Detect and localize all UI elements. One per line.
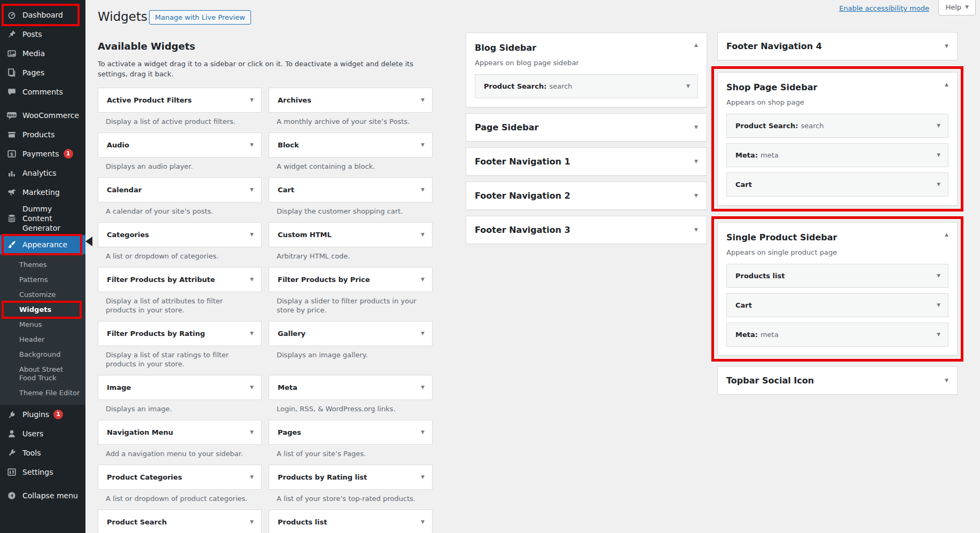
chevron-down-icon[interactable]: ▼	[250, 331, 254, 336]
submenu-item-background[interactable]: Background	[0, 347, 85, 362]
chevron-down-icon[interactable]: ▼	[250, 143, 254, 147]
chevron-down-icon[interactable]: ▼	[421, 98, 425, 103]
chevron-down-icon[interactable]: ▼	[937, 303, 940, 308]
available-widget-navigation-menu[interactable]: Navigation Menu▼	[98, 420, 262, 445]
chevron-down-icon[interactable]: ▼	[421, 232, 425, 237]
blog-sidebar-header[interactable]: Blog Sidebar ▲	[466, 33, 707, 53]
sidebar-item-dashboard[interactable]: Dashboard	[0, 5, 85, 25]
available-widget-active-product-filters[interactable]: Active Product Filters▼	[98, 88, 262, 113]
chevron-down-icon[interactable]: ▼	[250, 232, 254, 237]
chevron-down-icon[interactable]: ▼	[686, 84, 690, 89]
sidebar-item-analytics[interactable]: Analytics	[0, 163, 85, 183]
available-widget-image[interactable]: Image▼	[98, 375, 262, 400]
available-widget-product-categories[interactable]: Product Categories▼	[98, 465, 262, 490]
shop-page-sidebar-header[interactable]: Shop Page Sidebar ▲	[718, 73, 957, 92]
chevron-down-icon[interactable]: ▼	[937, 153, 940, 158]
sidebar-item-dummy-content-generator[interactable]: Dummy Content Generator	[0, 202, 85, 235]
chevron-down-icon[interactable]: ▼	[250, 385, 254, 390]
submenu-item-patterns[interactable]: Patterns	[0, 272, 85, 287]
sidebar-footer-navigation-3[interactable]: Footer Navigation 3 ▼	[466, 216, 707, 244]
sidebar-item-payments[interactable]: $ Payments 1	[0, 144, 85, 163]
widget-row-product-search[interactable]: Product Search:search ▼	[726, 114, 948, 138]
chevron-down-icon[interactable]: ▼	[421, 277, 425, 282]
chevron-down-icon[interactable]: ▼	[937, 332, 940, 337]
submenu-item-header[interactable]: Header	[0, 332, 85, 347]
available-widget-filter-products-by-attribute[interactable]: Filter Products by Attribute▼	[98, 267, 262, 292]
chevron-down-icon[interactable]: ▼	[421, 520, 425, 524]
sidebar-item-comments[interactable]: Comments	[0, 82, 85, 101]
submenu-item-theme-file-editor[interactable]: Theme File Editor	[0, 386, 85, 401]
sidebar-item-posts[interactable]: Posts	[0, 25, 85, 44]
sidebar-item-media[interactable]: Media	[0, 44, 85, 63]
chevron-down-icon[interactable]: ▼	[937, 182, 940, 187]
available-widget-audio[interactable]: Audio▼	[98, 132, 262, 158]
available-widget-products-list[interactable]: Products list▼	[269, 510, 433, 533]
sidebar-item-settings[interactable]: Settings	[0, 463, 85, 482]
widget-row-cart[interactable]: Cart ▼	[726, 293, 948, 317]
chevron-down-icon[interactable]: ▼	[694, 125, 698, 130]
available-widget-categories[interactable]: Categories▼	[98, 222, 262, 247]
chevron-down-icon[interactable]: ▼	[421, 331, 425, 336]
sidebar-item-plugins[interactable]: Plugins 1	[0, 405, 85, 424]
sidebar-item-pages[interactable]: Pages	[0, 63, 85, 82]
available-widget-pages[interactable]: Pages▼	[269, 420, 433, 445]
manage-with-live-preview-button[interactable]: Manage with Live Preview	[149, 10, 251, 25]
widget-row-product-search[interactable]: Product Search:search ▼	[475, 74, 698, 98]
sidebar-item-tools[interactable]: Tools	[0, 443, 85, 463]
sidebar-item-collapse-menu[interactable]: Collapse menu	[0, 486, 85, 505]
chevron-down-icon[interactable]: ▼	[250, 277, 254, 282]
sidebar-item-marketing[interactable]: Marketing	[0, 183, 85, 202]
chevron-up-icon[interactable]: ▲	[945, 82, 948, 87]
available-widget-archives[interactable]: Archives▼	[269, 88, 433, 113]
chevron-down-icon[interactable]: ▼	[694, 228, 698, 232]
chevron-down-icon[interactable]: ▼	[421, 430, 425, 435]
available-widget-gallery[interactable]: Gallery▼	[269, 321, 433, 346]
chevron-down-icon[interactable]: ▼	[250, 430, 254, 435]
sidebar-footer-navigation-2[interactable]: Footer Navigation 2 ▼	[466, 182, 707, 210]
chevron-down-icon[interactable]: ▼	[945, 44, 948, 49]
sidebar-item-appearance[interactable]: Appearance	[0, 235, 85, 254]
chevron-down-icon[interactable]: ▼	[250, 475, 254, 480]
submenu-item-themes[interactable]: Themes	[0, 257, 85, 272]
chevron-down-icon[interactable]: ▼	[250, 98, 254, 103]
chevron-down-icon[interactable]: ▼	[421, 385, 425, 390]
chevron-down-icon[interactable]: ▼	[937, 273, 940, 278]
widget-row-cart[interactable]: Cart ▼	[726, 173, 948, 197]
widget-row-meta[interactable]: Meta:meta ▼	[726, 323, 948, 347]
submenu-item-widgets[interactable]: Widgets	[0, 302, 85, 317]
widget-row-meta[interactable]: Meta:meta ▼	[726, 143, 948, 167]
available-widget-products-by-rating-list[interactable]: Products by Rating list▼	[269, 465, 433, 490]
chevron-down-icon[interactable]: ▼	[937, 123, 940, 128]
sidebar-page-sidebar[interactable]: Page Sidebar ▼	[466, 113, 707, 142]
chevron-down-icon[interactable]: ▼	[250, 187, 254, 192]
available-widget-custom-html[interactable]: Custom HTML▼	[269, 222, 433, 247]
submenu-item-menus[interactable]: Menus	[0, 317, 85, 332]
sidebar-footer-navigation-4[interactable]: Footer Navigation 4 ▼	[717, 32, 958, 60]
chevron-up-icon[interactable]: ▲	[694, 43, 698, 48]
chevron-down-icon[interactable]: ▼	[421, 475, 425, 480]
chevron-down-icon[interactable]: ▼	[421, 143, 425, 147]
widget-row-products-list[interactable]: Products list ▼	[726, 264, 948, 288]
sidebar-item-products[interactable]: Products	[0, 125, 85, 144]
available-widget-block[interactable]: Block▼	[269, 132, 433, 158]
sidebar-item-woocommerce[interactable]: Woo WooCommerce	[0, 106, 85, 125]
chevron-down-icon[interactable]: ▼	[250, 520, 254, 524]
single-product-sidebar-header[interactable]: Single Product Sidebar ▲	[718, 223, 957, 242]
available-widget-calendar[interactable]: Calendar▼	[98, 177, 262, 202]
chevron-up-icon[interactable]: ▲	[945, 232, 948, 237]
submenu-item-about-street-food-truck[interactable]: About Street Food Truck	[0, 362, 85, 386]
chevron-down-icon[interactable]: ▼	[945, 378, 948, 383]
available-widget-product-search[interactable]: Product Search▼	[98, 510, 262, 533]
available-widget-filter-products-by-price[interactable]: Filter Products by Price▼	[269, 267, 433, 292]
enable-accessibility-mode-link[interactable]: Enable accessibility mode	[839, 4, 929, 12]
available-widget-cart[interactable]: Cart▼	[269, 177, 433, 202]
submenu-item-customize[interactable]: Customize	[0, 287, 85, 302]
sidebar-item-users[interactable]: Users	[0, 424, 85, 443]
available-widget-filter-products-by-rating[interactable]: Filter Products by Rating▼	[98, 321, 262, 346]
available-widget-meta[interactable]: Meta▼	[269, 375, 433, 400]
chevron-down-icon[interactable]: ▼	[694, 159, 698, 164]
sidebar-topbar-social-icon[interactable]: Topbar Social Icon ▼	[717, 366, 958, 395]
sidebar-footer-navigation-1[interactable]: Footer Navigation 1 ▼	[466, 147, 707, 176]
chevron-down-icon[interactable]: ▼	[694, 193, 698, 198]
help-dropdown-button[interactable]: Help ▼	[938, 0, 976, 15]
